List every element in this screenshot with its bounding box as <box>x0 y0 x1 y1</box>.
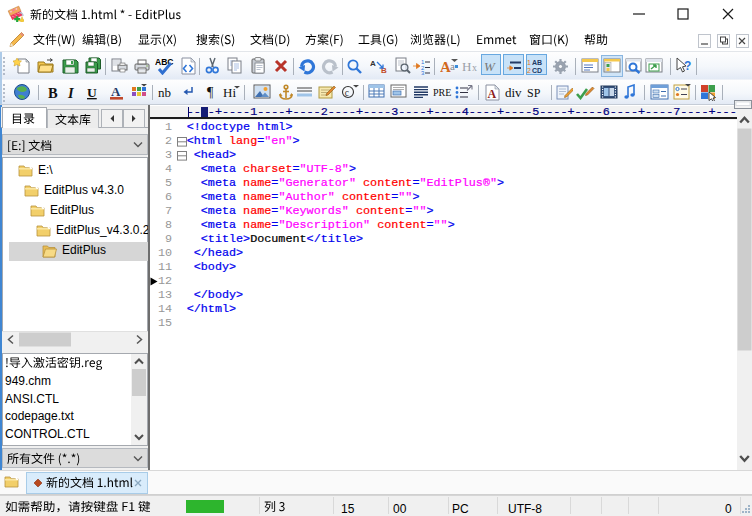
svg-text:c: c <box>345 88 349 98</box>
svg-text:¶: ¶ <box>207 85 214 100</box>
svg-text:a: a <box>450 60 455 72</box>
svg-text:2: 2 <box>527 67 531 74</box>
svg-text:3: 3 <box>421 70 425 75</box>
svg-text:A: A <box>111 84 121 99</box>
svg-text:U: U <box>87 85 97 100</box>
svg-text:B: B <box>48 85 58 101</box>
svg-text:A: A <box>370 59 376 68</box>
svg-text:SP: SP <box>527 86 541 100</box>
svg-text:Hi: Hi <box>223 85 236 100</box>
svg-text:H: H <box>462 59 471 74</box>
svg-text:CD: CD <box>532 67 542 74</box>
svg-text:div: div <box>505 85 522 99</box>
svg-text:?: ? <box>684 59 691 73</box>
svg-text:PRE: PRE <box>433 87 451 98</box>
svg-text:W: W <box>484 59 496 74</box>
svg-text:A: A <box>488 87 497 101</box>
svg-text:nb: nb <box>158 85 171 99</box>
svg-text:AB: AB <box>532 59 542 66</box>
svg-text:I: I <box>67 85 75 101</box>
svg-text:1: 1 <box>527 59 531 66</box>
svg-text:x: x <box>472 62 477 73</box>
